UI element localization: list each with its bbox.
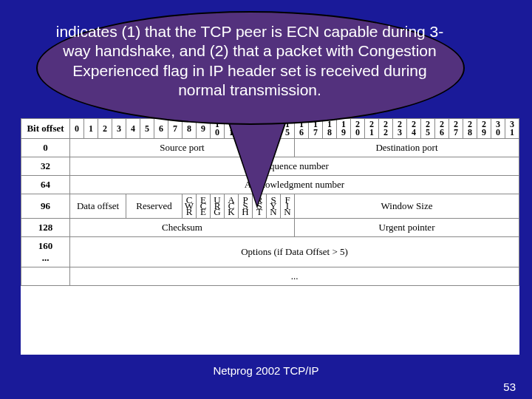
bit-col: 18 — [323, 119, 337, 139]
bit-col: 31 — [505, 119, 519, 139]
field-cell: Window Size — [295, 194, 519, 219]
bit-col: 2 — [98, 119, 112, 139]
field-cell: ... — [70, 267, 519, 286]
bit-col: 29 — [477, 119, 491, 139]
field-cell: ECE — [197, 194, 211, 219]
bit-col: 23 — [393, 119, 407, 139]
field-cell: Sequence number — [70, 157, 519, 176]
bit-col: 24 — [407, 119, 421, 139]
callout-tail — [228, 117, 287, 205]
footer-center: Netprog 2002 TCP/IP — [0, 364, 532, 377]
bit-col: 20 — [351, 119, 365, 139]
field-cell: CWR — [183, 194, 197, 219]
bit-col: 19 — [337, 119, 351, 139]
bit-col: 28 — [463, 119, 477, 139]
bit-col: 5 — [140, 119, 154, 139]
bit-col: 21 — [365, 119, 379, 139]
bit-col: 6 — [154, 119, 168, 139]
bit-col: 26 — [435, 119, 449, 139]
page-number: 53 — [503, 381, 516, 393]
row-offset: 96 — [21, 194, 70, 219]
field-cell: URG — [211, 194, 225, 219]
row-offset: 0 — [21, 139, 70, 157]
bit-col: 4 — [126, 119, 140, 139]
row-offset: 32 — [21, 157, 70, 176]
row-offset: 128 — [21, 219, 70, 237]
row-offset — [21, 267, 70, 286]
bit-col: 22 — [379, 119, 393, 139]
bit-col: 1 — [84, 119, 98, 139]
field-cell: Options (if Data Offset > 5) — [70, 237, 519, 267]
bit-offset-header: Bit offset — [21, 119, 70, 139]
bit-col: 3 — [112, 119, 126, 139]
field-cell: Urgent pointer — [295, 219, 519, 237]
field-cell: Reserved — [126, 194, 183, 219]
bit-col: 0 — [70, 119, 84, 139]
bit-col: 25 — [421, 119, 435, 139]
field-cell: Destination port — [295, 139, 519, 157]
field-cell: Checksum — [70, 219, 295, 237]
row-offset: 64 — [21, 176, 70, 194]
field-cell: Data offset — [70, 194, 126, 219]
row-offset: 160... — [21, 237, 70, 267]
bit-col: 30 — [491, 119, 505, 139]
field-cell: Acknowledgment number — [70, 176, 519, 194]
bit-col: 27 — [449, 119, 463, 139]
callout-text: indicates (1) that the TCP peer is ECN c… — [52, 22, 448, 100]
slide: Bit offset012345678910111213141516171819… — [0, 0, 532, 399]
